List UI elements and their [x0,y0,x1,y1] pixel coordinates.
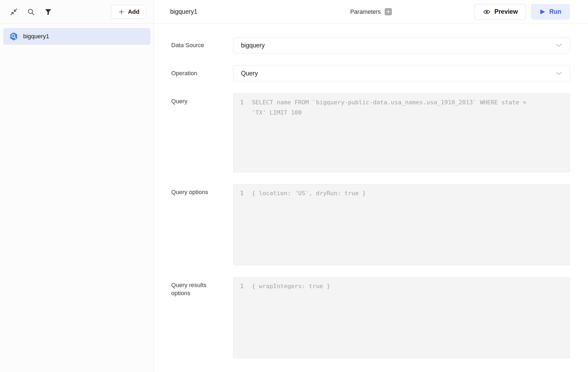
query-options-editor[interactable]: 1 { location: 'US', dryRun: true } [233,184,570,265]
query-options-label: Query options [171,184,216,265]
parameters-group: Parameters [350,8,392,15]
run-button[interactable]: Run [531,4,570,20]
page-title: bigquery1 [170,8,197,15]
query-code-placeholder: SELECT name FROM `bigquery-public-data.u… [252,97,540,118]
parameters-label: Parameters [350,8,381,15]
eye-icon [483,9,491,15]
search-button[interactable] [25,6,37,18]
collapse-icon [10,8,18,16]
query-label: Query [171,93,216,172]
query-item-label: bigquery1 [23,33,49,40]
add-query-button[interactable]: Add [111,5,147,19]
run-button-label: Run [549,8,561,15]
operation-select[interactable]: Query [233,65,570,81]
collapse-panel-button[interactable] [8,6,19,18]
operation-row: Operation Query [171,65,570,81]
add-button-label: Add [128,8,139,15]
operation-label: Operation [171,65,216,81]
search-icon [27,8,35,16]
query-row: Query 1 SELECT name FROM `bigquery-publi… [171,93,570,172]
data-source-value: bigquery [241,42,265,49]
header-actions: Preview Run [475,4,570,20]
query-results-options-editor[interactable]: 1 { wrapIntegers: true } [233,277,570,358]
line-number: 1 [239,97,244,108]
sidebar-toolbar: Add [0,0,154,24]
plus-icon [386,9,390,14]
query-results-options-row: Query results options 1 { wrapIntegers: … [171,277,570,358]
plus-icon [118,9,125,15]
play-icon [540,9,545,15]
query-list: bigquery1 [0,24,154,49]
data-source-label: Data Source [171,37,216,53]
operation-value: Query [241,70,258,77]
data-source-row: Data Source bigquery [171,37,570,53]
query-results-options-code-placeholder: { wrapIntegers: true } [252,281,540,291]
chevron-down-icon [556,43,562,47]
query-options-row: Query options 1 { location: 'US', dryRun… [171,184,570,265]
filter-button[interactable] [43,6,54,18]
line-number: 1 [239,281,244,291]
data-source-select[interactable]: bigquery [233,37,570,53]
preview-button-label: Preview [494,8,518,15]
query-options-code-placeholder: { location: 'US', dryRun: true } [252,188,540,198]
query-results-options-label: Query results options [171,277,216,358]
filter-icon [44,8,52,16]
chevron-down-icon [556,71,562,75]
query-header: bigquery1 Parameters [154,0,588,24]
query-form: Data Source bigquery Operation [154,24,588,372]
query-editor-main: bigquery1 Parameters [154,0,588,372]
app-window: Add bigquery1 bigquery1 Parameters [0,0,588,372]
bigquery-icon [9,32,18,41]
query-editor[interactable]: 1 SELECT name FROM `bigquery-public-data… [233,93,570,172]
preview-button[interactable]: Preview [475,4,526,20]
line-number: 1 [239,188,244,198]
sidebar-item-bigquery1[interactable]: bigquery1 [3,28,150,45]
add-parameter-button[interactable] [384,8,392,15]
query-panel-sidebar: Add bigquery1 [0,0,154,372]
